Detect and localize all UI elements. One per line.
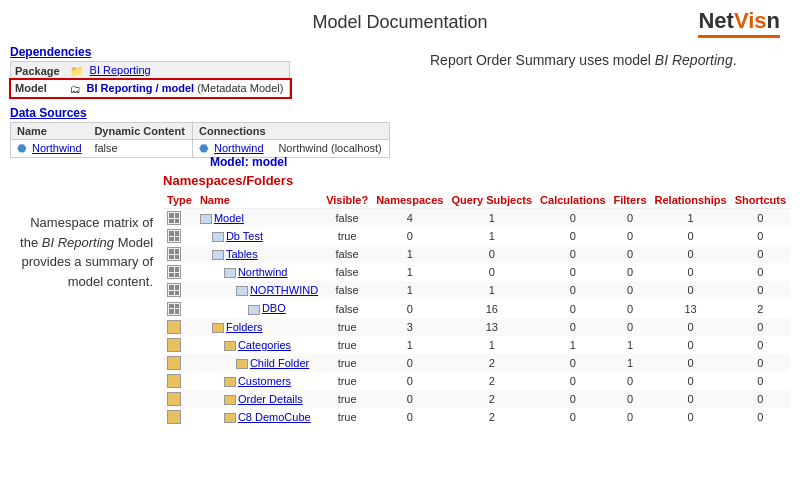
ns-row-filters: 0 xyxy=(610,209,651,228)
ns-row-query_subjects: 13 xyxy=(447,318,536,336)
ns-row-shortcuts: 0 xyxy=(731,318,790,336)
ns-row-calculations: 0 xyxy=(536,245,609,263)
ns-row-relationships: 0 xyxy=(651,281,731,299)
ns-row-filters: 1 xyxy=(610,354,651,372)
col-visible: Visible? xyxy=(322,192,372,209)
ns-table-row: Modelfalse410010 xyxy=(163,209,790,228)
ns-row-type xyxy=(163,299,196,317)
ns-row-name-link[interactable]: Model xyxy=(214,212,244,224)
ns-row-filters: 1 xyxy=(610,336,651,354)
datasources-table: Name Dynamic Content Connections ⬣ North… xyxy=(10,122,390,159)
ns-row-shortcuts: 0 xyxy=(731,245,790,263)
ns-table-header: Type Name Visible? Namespaces Query Subj… xyxy=(163,192,790,209)
ns-row-shortcuts: 0 xyxy=(731,408,790,426)
ns-row-filters: 0 xyxy=(610,318,651,336)
deps-package-link[interactable]: BI Reporting xyxy=(90,64,151,76)
ns-row-name-link[interactable]: DBO xyxy=(262,302,286,314)
ns-row-query_subjects: 0 xyxy=(447,245,536,263)
col-connections: Connections xyxy=(192,122,272,139)
deps-package-value[interactable]: 📁 BI Reporting xyxy=(66,62,290,80)
ns-row-name[interactable]: Tables xyxy=(196,245,322,263)
ns-row-name-link[interactable]: Northwind xyxy=(238,266,288,278)
deps-model-link[interactable]: BI Reporting / model xyxy=(87,82,195,94)
model-label-text: Model: xyxy=(210,155,249,169)
ns-row-name[interactable]: Customers xyxy=(196,372,322,390)
ns-row-query_subjects: 1 xyxy=(447,227,536,245)
ns-row-calculations: 0 xyxy=(536,281,609,299)
ns-table: Type Name Visible? Namespaces Query Subj… xyxy=(163,192,790,426)
ns-table-row: Categoriestrue111100 xyxy=(163,336,790,354)
page-title: Model Documentation xyxy=(0,0,800,39)
ns-row-name[interactable]: Order Details xyxy=(196,390,322,408)
right-description: Report Order Summary uses model BI Repor… xyxy=(430,50,780,71)
ns-description: Namespace matrix of the BI Reporting Mod… xyxy=(20,173,163,426)
ns-row-name[interactable]: NORTHWIND xyxy=(196,281,322,299)
ns-row-relationships: 0 xyxy=(651,336,731,354)
middle-section: Model: model Namespace matrix of the BI … xyxy=(10,155,790,426)
col-conn-detail xyxy=(272,122,389,139)
ns-row-relationships: 1 xyxy=(651,209,731,228)
ns-row-name[interactable]: Folders xyxy=(196,318,322,336)
deps-model-suffix: (Metadata Model) xyxy=(197,82,283,94)
ns-row-filters: 0 xyxy=(610,299,651,317)
ns-row-name[interactable]: Categories xyxy=(196,336,322,354)
ns-row-visible: true xyxy=(322,390,372,408)
deps-row-model: Model 🗂 BI Reporting / model (Metadata M… xyxy=(11,80,290,98)
ns-table-row: Tablesfalse100000 xyxy=(163,245,790,263)
ns-row-name-link[interactable]: Db Test xyxy=(226,230,263,242)
ns-table-row: Db Testtrue010000 xyxy=(163,227,790,245)
logo: NetVisn xyxy=(698,8,780,38)
ns-table-row: Child Foldertrue020100 xyxy=(163,354,790,372)
ns-row-query_subjects: 0 xyxy=(447,263,536,281)
ns-row-calculations: 0 xyxy=(536,372,609,390)
ns-title: Namespaces/Folders xyxy=(163,173,790,188)
ns-desc-em: BI Reporting xyxy=(42,235,114,250)
ns-row-name-link[interactable]: C8 DemoCube xyxy=(238,411,311,423)
ns-row-name-link[interactable]: Categories xyxy=(238,339,291,351)
ns-row-visible: false xyxy=(322,263,372,281)
ns-row-name-link[interactable]: NORTHWIND xyxy=(250,284,318,296)
ns-row-name-link[interactable]: Tables xyxy=(226,248,258,260)
ns-row-calculations: 0 xyxy=(536,318,609,336)
ns-row-visible: true xyxy=(322,318,372,336)
ns-row-visible: true xyxy=(322,336,372,354)
ns-row-calculations: 1 xyxy=(536,336,609,354)
logo-net: Net xyxy=(698,8,733,33)
ns-row-type xyxy=(163,281,196,299)
ns-table-row: Order Detailstrue020000 xyxy=(163,390,790,408)
ns-row-name-link[interactable]: Customers xyxy=(238,375,291,387)
ns-row-type xyxy=(163,354,196,372)
ns-row-name[interactable]: DBO xyxy=(196,299,322,317)
ns-row-relationships: 0 xyxy=(651,354,731,372)
datasource-name-link[interactable]: Northwind xyxy=(32,142,82,154)
ns-row-namespaces: 0 xyxy=(372,390,447,408)
ns-row-name[interactable]: Child Folder xyxy=(196,354,322,372)
ns-row-type xyxy=(163,408,196,426)
ns-row-shortcuts: 0 xyxy=(731,372,790,390)
ns-row-name-link[interactable]: Folders xyxy=(226,321,263,333)
ns-table-row: C8 DemoCubetrue020000 xyxy=(163,408,790,426)
ns-row-calculations: 0 xyxy=(536,299,609,317)
ns-row-type xyxy=(163,245,196,263)
ns-row-calculations: 0 xyxy=(536,263,609,281)
model-name: model xyxy=(252,155,287,169)
ns-row-name[interactable]: Model xyxy=(196,209,322,228)
ns-row-visible: true xyxy=(322,354,372,372)
dependencies-table: Package 📁 BI Reporting Model 🗂 BI Report… xyxy=(10,61,290,98)
ns-row-shortcuts: 0 xyxy=(731,354,790,372)
ns-row-name-link[interactable]: Child Folder xyxy=(250,357,309,369)
deps-model-value[interactable]: 🗂 BI Reporting / model (Metadata Model) xyxy=(66,80,290,98)
ns-row-name[interactable]: Northwind xyxy=(196,263,322,281)
ns-row-name[interactable]: C8 DemoCube xyxy=(196,408,322,426)
col-querysubjects: Query Subjects xyxy=(447,192,536,209)
ns-row-filters: 0 xyxy=(610,408,651,426)
ns-row-name[interactable]: Db Test xyxy=(196,227,322,245)
col-type: Type xyxy=(163,192,196,209)
col-shortcuts: Shortcuts xyxy=(731,192,790,209)
ns-row-filters: 0 xyxy=(610,227,651,245)
dependencies-title: Dependencies xyxy=(10,45,300,59)
datasource-conn-link[interactable]: Northwind xyxy=(214,142,264,154)
ns-row-type xyxy=(163,336,196,354)
ns-row-name-link[interactable]: Order Details xyxy=(238,393,303,405)
ns-row-visible: true xyxy=(322,227,372,245)
